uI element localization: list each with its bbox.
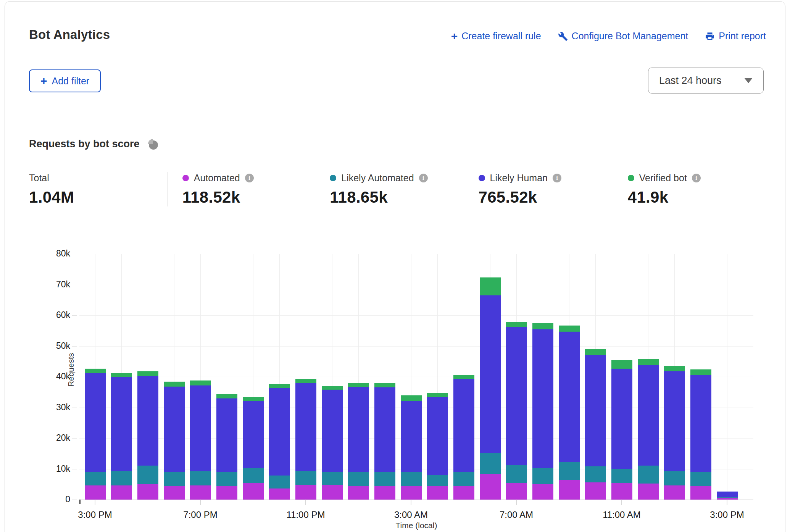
info-icon[interactable]: i: [553, 174, 561, 182]
bar-segment-likely-human: [506, 327, 527, 465]
bar-segment-verified-bot: [401, 395, 422, 401]
bar-segment-verified-bot: [532, 323, 553, 329]
bar-segment-automated: [585, 482, 606, 500]
bar-segment-likely-automated: [664, 471, 685, 485]
y-tick-label: 40k: [37, 371, 70, 382]
bar-6-00-am[interactable]: [480, 254, 501, 500]
bar-segment-likely-automated: [216, 472, 237, 487]
add-filter-button[interactable]: + Add filter: [29, 69, 101, 92]
bar-segment-verified-bot: [638, 359, 659, 364]
section-title: Requests by bot score: [29, 138, 140, 150]
stat-value: 118.65k: [330, 188, 456, 206]
bar-7-00-am[interactable]: [506, 254, 527, 500]
bar-2-00-pm[interactable]: [690, 254, 711, 500]
bar-12-00-am[interactable]: [322, 254, 343, 500]
info-icon[interactable]: i: [419, 174, 428, 182]
x-axis-line: [79, 500, 753, 500]
bar-segment-verified-bot: [453, 375, 474, 379]
bar-9-00-pm[interactable]: [243, 254, 264, 500]
bar-segment-likely-automated: [532, 468, 553, 484]
y-tick-mark: [72, 438, 77, 438]
stat-label: Automated: [194, 172, 240, 184]
stats-row: Total1.04MAutomatedi118.52kLikely Automa…: [29, 172, 762, 206]
x-tick-mark: [305, 500, 306, 505]
bar-segment-likely-automated: [190, 471, 211, 485]
x-tick-mark: [200, 500, 201, 505]
bar-12-00-pm[interactable]: [638, 254, 659, 500]
info-icon[interactable]: i: [692, 174, 701, 182]
bar-segment-likely-automated: [427, 475, 448, 486]
bar-3-00-am[interactable]: [401, 254, 422, 500]
plus-icon: +: [451, 32, 458, 41]
x-tick-label: 3:00 AM: [380, 509, 442, 520]
legend-dot: [330, 175, 336, 181]
bar-6-00-pm[interactable]: [164, 254, 185, 500]
bar-segment-likely-automated: [480, 453, 501, 474]
bar-segment-automated: [690, 486, 711, 500]
bar-segment-likely-automated: [401, 472, 422, 486]
bar-10-00-am[interactable]: [585, 254, 606, 500]
bar-segment-automated: [137, 484, 158, 500]
bar-segment-likely-automated: [374, 472, 395, 486]
x-tick-label: 7:00 AM: [486, 509, 547, 520]
bar-segment-verified-bot: [506, 322, 527, 327]
bar-segment-likely-human: [269, 388, 290, 476]
time-range-value: Last 24 hours: [659, 75, 722, 87]
y-tick-mark: [72, 500, 77, 500]
bar-segment-likely-human: [137, 376, 158, 466]
action-create-firewall-rule[interactable]: +Create firewall rule: [451, 31, 541, 42]
bar-11-00-pm[interactable]: [295, 254, 316, 500]
y-tick-label: 20k: [37, 433, 70, 443]
bar-segment-likely-human: [532, 329, 553, 468]
y-tick-label: 50k: [37, 341, 70, 351]
x-tick-mark: [516, 500, 517, 505]
bar-4-00-pm[interactable]: [111, 254, 132, 500]
info-icon[interactable]: i: [245, 174, 254, 182]
bar-segment-likely-automated: [111, 471, 132, 485]
bar-1-00-pm[interactable]: [664, 254, 685, 500]
bar-2-00-am[interactable]: [374, 254, 395, 500]
y-tick-mark: [72, 315, 77, 316]
bar-5-00-am[interactable]: [453, 254, 474, 500]
bar-segment-verified-bot: [585, 349, 606, 356]
bar-segment-likely-human: [717, 492, 738, 497]
x-tick-mark: [727, 500, 727, 505]
bar-4-00-am[interactable]: [427, 254, 448, 500]
add-filter-label: Add filter: [52, 76, 90, 87]
stat-likely-automated: Likely Automatedi118.65k: [315, 172, 463, 206]
x-tick-mark: [95, 500, 95, 505]
bar-segment-verified-bot: [348, 383, 369, 387]
bar-8-00-am[interactable]: [532, 254, 553, 500]
x-tick-label: 11:00 PM: [275, 509, 336, 520]
bar-7-00-pm[interactable]: [190, 254, 211, 500]
bar-segment-verified-bot: [480, 277, 501, 295]
bar-segment-automated: [243, 483, 264, 500]
bar-3-00-pm[interactable]: [717, 254, 738, 500]
bar-segment-likely-human: [216, 398, 237, 472]
time-range-select[interactable]: Last 24 hours: [648, 68, 764, 94]
stat-value: 1.04M: [29, 188, 160, 206]
y-tick-label: 70k: [37, 279, 70, 290]
bar-segment-likely-automated: [453, 472, 474, 486]
bar-segment-verified-bot: [322, 386, 343, 390]
bar-segment-automated: [506, 483, 527, 500]
bar-segment-likely-automated: [585, 466, 606, 482]
bar-segment-verified-bot: [427, 393, 448, 397]
bar-1-00-am[interactable]: [348, 254, 369, 500]
bar-3-00-pm[interactable]: [85, 254, 106, 500]
bar-segment-automated: [611, 483, 632, 500]
action-configure-bot-management[interactable]: Configure Bot Management: [558, 31, 688, 42]
bar-11-00-am[interactable]: [611, 254, 632, 500]
bar-segment-likely-automated: [559, 462, 580, 480]
bar-segment-verified-bot: [374, 383, 395, 387]
y-tick-mark: [72, 377, 77, 377]
bar-9-00-am[interactable]: [559, 254, 580, 500]
bar-5-00-pm[interactable]: [137, 254, 158, 500]
bar-10-00-pm[interactable]: [269, 254, 290, 500]
y-tick-label: 80k: [37, 248, 70, 259]
bar-segment-automated: [348, 486, 369, 500]
action-label: Print report: [719, 31, 766, 42]
legend-dot: [479, 175, 485, 181]
bar-8-00-pm[interactable]: [216, 254, 237, 500]
action-print-report[interactable]: Print report: [705, 31, 766, 42]
